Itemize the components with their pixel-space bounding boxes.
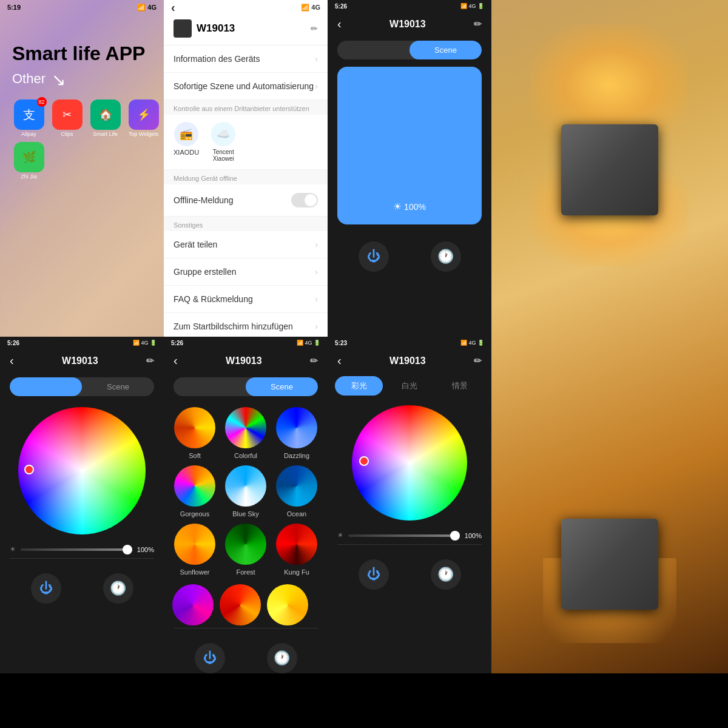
app-cell-zhijia[interactable]: 🌿 Zhi Jia: [12, 142, 46, 180]
scene-kungfu-circle[interactable]: [276, 524, 317, 565]
chinese-picker-dot[interactable]: [359, 456, 369, 466]
chinese-slider-track[interactable]: [348, 534, 460, 537]
scene-dazzling-label: Dazzling: [284, 452, 309, 459]
partial-purple-circle[interactable]: [172, 584, 214, 625]
brightness-card[interactable]: ☀ 100%: [337, 67, 482, 224]
partial-yellow-circle[interactable]: [267, 584, 308, 625]
colorwheel-container[interactable]: [0, 401, 164, 541]
chinese-edit[interactable]: ✏: [474, 355, 482, 366]
faq-row[interactable]: FAQ & Rückmeldung ›: [164, 286, 328, 313]
partial-red-circle[interactable]: [220, 584, 261, 625]
scene-colorful-label: Colorful: [234, 452, 257, 459]
scene-dazzling[interactable]: Dazzling: [274, 407, 319, 459]
settings-back[interactable]: ‹: [171, 1, 175, 15]
chinese-colorwheel-container[interactable]: [328, 399, 491, 527]
scene-forest-circle[interactable]: [225, 524, 266, 565]
scenes-edit[interactable]: ✏: [310, 355, 318, 366]
tab-unnamed[interactable]: [337, 41, 410, 59]
app-icon-alipay[interactable]: 82 支: [14, 99, 44, 130]
scene-bluesky[interactable]: Blue Sky: [223, 465, 268, 517]
scene-kungfu[interactable]: Kung Fu: [274, 524, 319, 576]
scene-ocean[interactable]: Ocean: [274, 465, 319, 517]
cw-slider-track[interactable]: [21, 548, 132, 551]
group-row[interactable]: Gruppe erstellen ›: [164, 258, 328, 286]
scene-colorful[interactable]: Colorful: [223, 407, 268, 459]
scene-sunflower-circle[interactable]: [174, 524, 215, 565]
xiaodu-label: XIAODU: [174, 149, 199, 156]
scene-gorgeous[interactable]: Gorgeous: [172, 465, 217, 517]
app-icon-clips[interactable]: ✂: [52, 99, 83, 130]
chinese-back[interactable]: ‹: [337, 354, 342, 368]
settings-row-scene[interactable]: Sofortige Szene und Automatisierung ›: [164, 73, 328, 100]
homescreen-row[interactable]: Zum Startbildschirm hinzufügen ›: [164, 313, 328, 337]
colorwheel-back[interactable]: ‹: [10, 354, 14, 368]
scene-gorgeous-circle[interactable]: [174, 465, 215, 507]
chinese-bottom-controls: ⏻ 🕐: [328, 550, 491, 599]
brightness-back[interactable]: ‹: [337, 17, 342, 31]
app-grid: 82 支 Alipay ✂ Clips 🏠 Smart Life ⚡: [12, 99, 152, 180]
brightness-edit[interactable]: ✏: [474, 18, 482, 30]
chinese-tabs: 彩光 白光 情景: [335, 376, 484, 396]
third-party-xiaodu[interactable]: 📻 XIAODU: [174, 122, 199, 162]
scenes-power-button[interactable]: ⏻: [195, 643, 225, 673]
colorwheel-header: ‹ W19013 ✏: [0, 349, 164, 372]
colorwheel-edit[interactable]: ✏: [146, 355, 154, 366]
timer-button[interactable]: 🕐: [431, 241, 461, 272]
chinese-tab2[interactable]: 白光: [385, 376, 433, 396]
colorwheel[interactable]: [18, 407, 146, 534]
scenes-timer-button[interactable]: 🕐: [267, 643, 297, 673]
scenes-status: 5:26 📶 4G 🔋: [164, 337, 328, 349]
app-cell-alipay[interactable]: 82 支 Alipay: [12, 99, 46, 137]
colorwheel-time: 5:26: [7, 340, 19, 346]
color-wheel-disc[interactable]: [18, 407, 146, 534]
cw-brightness-value: 100%: [137, 546, 154, 553]
app-cell-smartlife[interactable]: 🏠 Smart Life: [89, 99, 122, 137]
app-cell-topwidgets[interactable]: ⚡ Top Widgets: [127, 99, 160, 137]
scene-dazzling-circle[interactable]: [276, 407, 317, 448]
scenes-tab2[interactable]: Scene: [246, 377, 318, 396]
device-icon: [174, 19, 192, 38]
app-icon-zhijia[interactable]: 🌿: [14, 142, 44, 172]
settings-row-info[interactable]: Information des Geräts ›: [164, 46, 328, 73]
scene-bluesky-label: Blue Sky: [232, 510, 258, 517]
chinese-tab1[interactable]: 彩光: [335, 376, 383, 396]
chinese-divider: [337, 544, 482, 545]
scene-sunflower[interactable]: Sunflower: [172, 524, 217, 576]
tab-scene[interactable]: Scene: [410, 41, 482, 59]
cw-timer-button[interactable]: 🕐: [103, 573, 133, 604]
chinese-color-wheel-disc[interactable]: [352, 405, 467, 521]
scene-partial-purple[interactable]: [172, 584, 214, 625]
settings-title: W19013: [197, 22, 235, 35]
scene-bluesky-circle[interactable]: [225, 465, 266, 507]
bottom-controls: ⏻ 🕐: [328, 232, 491, 281]
app-cell-clips[interactable]: ✂ Clips: [50, 99, 84, 137]
scene-partial-yellow[interactable]: [267, 584, 308, 625]
offline-toggle[interactable]: [291, 193, 318, 207]
scene-colorful-circle[interactable]: [225, 407, 266, 448]
scenes-tab1[interactable]: [174, 377, 246, 396]
chinese-colorwheel[interactable]: [352, 405, 467, 521]
chinese-timer-button[interactable]: 🕐: [431, 559, 461, 590]
chinese-slider-thumb[interactable]: [450, 531, 460, 541]
settings-title-row: W19013: [174, 19, 235, 38]
cw-tab1[interactable]: [10, 377, 82, 396]
scene-partial-red[interactable]: [220, 584, 261, 625]
chinese-tab3[interactable]: 情景: [436, 376, 484, 396]
cw-power-button[interactable]: ⏻: [31, 573, 61, 604]
edit-icon[interactable]: ✏: [311, 24, 318, 33]
power-button[interactable]: ⏻: [359, 241, 389, 272]
scene-soft-circle[interactable]: [174, 407, 215, 448]
alipay-badge: 82: [37, 97, 47, 107]
share-row[interactable]: Gerät teilen ›: [164, 231, 328, 258]
chinese-power-button[interactable]: ⏻: [359, 559, 389, 590]
app-icon-smartlife[interactable]: 🏠: [90, 99, 121, 130]
cw-slider-thumb[interactable]: [123, 545, 132, 554]
cw-tab2[interactable]: Scene: [82, 377, 154, 396]
scene-soft[interactable]: Soft: [172, 407, 217, 459]
scene-ocean-circle[interactable]: [276, 465, 317, 507]
scenes-back[interactable]: ‹: [174, 354, 178, 368]
color-picker-dot[interactable]: [24, 465, 34, 474]
app-icon-topwidgets[interactable]: ⚡: [129, 99, 159, 130]
third-party-tencent[interactable]: ☁️ TencentXiaowei: [211, 122, 235, 162]
scene-forest[interactable]: Forest: [223, 524, 268, 576]
